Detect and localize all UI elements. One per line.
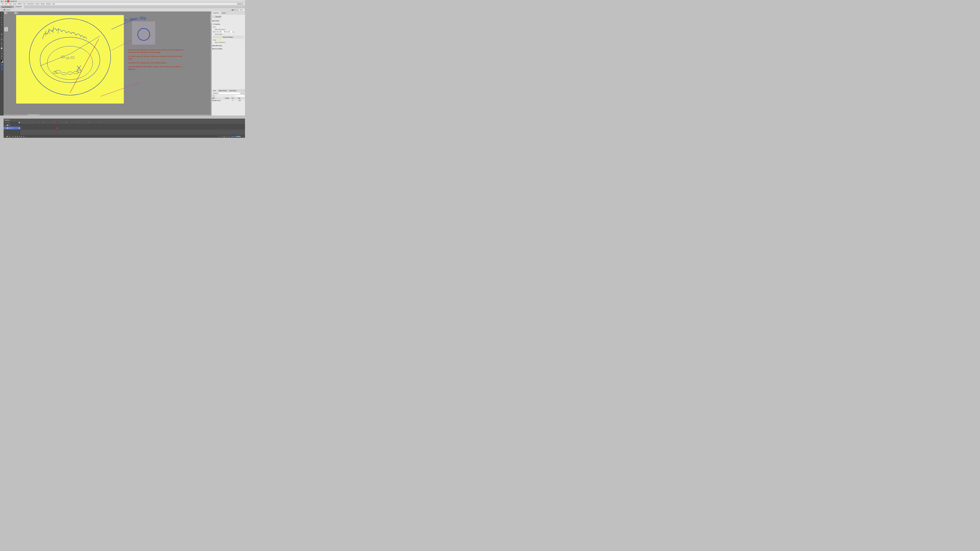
stage-color-swatch[interactable] (218, 39, 221, 41)
settings-timeline-btn[interactable]: ≡ (243, 136, 245, 137)
window-minimize[interactable] (3, 0, 5, 2)
tool-pencil[interactable]: ✏ (0, 36, 3, 38)
layer-panel-close[interactable]: ✕ (5, 27, 5, 28)
props-section-header[interactable]: ▼ Properties (212, 23, 244, 25)
tab-close-1[interactable]: ✕ (22, 6, 23, 7)
tool-paint-bucket[interactable]: 🪣 (0, 43, 3, 45)
tool-oval[interactable]: ○ (0, 31, 3, 33)
pasteboard-checkbox[interactable] (213, 41, 214, 43)
library-add-btn[interactable]: + (241, 92, 242, 94)
zoom-slider[interactable] (231, 136, 241, 137)
no-color-btn[interactable]: ⊘ (0, 63, 3, 64)
last-frame-btn[interactable]: ⏭ (23, 136, 25, 137)
size-w-input[interactable] (219, 31, 224, 33)
library-file-select[interactable]: pint4pint.fla (212, 92, 240, 94)
library-item-giphy[interactable]: 🖼 giphy-10.png 0 9/13 (212, 99, 245, 102)
expand-icon[interactable]: ⤢ (237, 9, 239, 11)
tab-pint4pint[interactable]: pint4pint.fla ✕ (14, 6, 24, 8)
classic-btn[interactable]: Classic ▼ (237, 3, 244, 5)
menu-file[interactable]: File (1, 3, 4, 5)
tab-motion-presets[interactable]: Motion Presets (218, 89, 228, 92)
scale-frames-checkbox[interactable] (213, 29, 214, 30)
tool-zoom-tool[interactable]: 🔍 (0, 57, 3, 59)
tab-scene[interactable]: Scene (221, 11, 227, 14)
tool-brush[interactable]: 🖌 (0, 38, 3, 40)
tab-frame-picker[interactable]: Frame Picker (228, 89, 238, 92)
fps-value[interactable]: 24.00 (217, 26, 223, 28)
layer-row-layer2[interactable]: 👁 🔒 ⬜ Layer_2 ✏ ⬜ (3, 127, 20, 130)
tool-eyedropper[interactable]: 💉 (0, 45, 3, 47)
stop-btn[interactable]: ■ (19, 136, 20, 137)
swf-history-header[interactable]: ▶ ▶ SWF History (212, 44, 244, 47)
show-all-btn[interactable]: ⦿ (8, 122, 10, 124)
add-layer-btn[interactable]: ☰ (4, 122, 6, 124)
mini-panel-1[interactable]: ✕ ⊞ (4, 12, 7, 14)
tool-subselection[interactable]: ◁ (0, 14, 3, 16)
tool-rectangle[interactable]: □ (0, 29, 3, 31)
tool-selection[interactable]: ▲ (0, 12, 3, 14)
layer-eye-off[interactable]: 👁 (4, 125, 5, 126)
prev-frame-btn[interactable]: ◀ (14, 135, 16, 137)
size-h-input[interactable] (228, 31, 232, 33)
tool-ink-bottle[interactable]: 🖊 (0, 40, 3, 43)
layer-row-off[interactable]: 👁 🔒 ⬜ Off (3, 124, 20, 127)
window-maximize[interactable] (5, 0, 6, 2)
edit-multiple-frames-btn[interactable]: ⊞ (228, 135, 230, 137)
play-btn[interactable]: ▶ (16, 135, 18, 137)
tab-close-0[interactable]: ✕ (12, 6, 13, 8)
hscrollbar[interactable] (3, 114, 210, 116)
tab-properties[interactable]: Properties (212, 11, 220, 14)
panel2-close[interactable]: ✕ (15, 13, 16, 13)
menu-modify[interactable]: Modify (17, 3, 22, 5)
layer-tool-panel[interactable]: ✕ ⊞ (4, 27, 8, 31)
tool-polygon[interactable]: ⬟ (0, 33, 3, 35)
tool-transform[interactable]: ⊞ (0, 16, 3, 19)
menu-control[interactable]: Control (35, 3, 40, 5)
tool-lasso[interactable]: ⬡ (0, 19, 3, 21)
library-search[interactable] (234, 95, 245, 97)
zoom-select[interactable]: 163% 50% 75% 100% 200% (240, 9, 245, 11)
stroke-color[interactable] (1, 60, 2, 62)
delete-layer-btn[interactable]: 🗑 (9, 136, 11, 137)
tool-hand[interactable]: ✋ (0, 55, 3, 57)
advanced-settings-btn[interactable]: Advanced Settings... (213, 36, 243, 38)
mini-panel-2[interactable]: ✕ 👁 (14, 12, 18, 14)
onion-skin-btn[interactable]: ⊙ (223, 135, 225, 137)
tool-text[interactable]: T (0, 24, 3, 26)
layer-lock-layer2[interactable]: 🔒 (5, 127, 7, 129)
library-settings-btn[interactable]: ≡ (243, 92, 245, 94)
add-folder-btn[interactable]: 📁 (6, 135, 8, 137)
menu-insert[interactable]: Insert (13, 3, 17, 5)
snap-btn[interactable]: ⊕ (0, 68, 3, 71)
menu-debug[interactable]: Debug (40, 3, 45, 5)
panel1-close[interactable]: ✕ (5, 13, 5, 13)
tab-library[interactable]: Library (212, 89, 218, 92)
lock-all-btn[interactable]: 🔒 (6, 122, 8, 124)
accessibility-header[interactable]: ▶ ▶ Accessibility (212, 48, 244, 50)
first-frame-btn[interactable]: ⏮ (12, 136, 14, 137)
menu-edit[interactable]: Edit (5, 3, 8, 5)
tab-supermanband[interactable]: supermanband.fla ✕ (1, 6, 14, 8)
window-close[interactable] (1, 0, 2, 2)
menu-view[interactable]: View (8, 3, 12, 5)
new-layer-btn[interactable]: + (4, 136, 6, 137)
swap-colors-btn[interactable]: ⇄ (0, 65, 3, 66)
layer-lock-off[interactable]: 🔒 (5, 125, 7, 126)
onion-skin-outlines-btn[interactable]: ◎ (226, 135, 228, 137)
publish-header[interactable]: ▶ ▶ Publish (212, 20, 244, 22)
scene-home-btn[interactable]: ⌂ (1, 9, 3, 11)
next-frame-btn[interactable]: ▶ (21, 135, 22, 137)
menu-commands[interactable]: Commands (26, 3, 34, 5)
menu-window[interactable]: Window (45, 3, 51, 5)
settings-icon[interactable]: ⚙ (234, 9, 235, 11)
accent-color-swatch[interactable] (1, 67, 3, 68)
tool-line[interactable]: ╱ (0, 27, 3, 29)
layer-eye-layer2[interactable]: 👁 (4, 127, 5, 129)
tool-camera[interactable]: 📷 (0, 50, 3, 52)
tool-pen[interactable]: ✒ (0, 22, 3, 24)
loop-btn[interactable]: ↺ (221, 135, 223, 137)
tool-eraser[interactable]: ⬜ (0, 48, 3, 49)
menu-text[interactable]: Text (22, 3, 26, 5)
library-close[interactable]: ≡ (243, 89, 245, 92)
menu-help[interactable]: Help (52, 3, 56, 5)
